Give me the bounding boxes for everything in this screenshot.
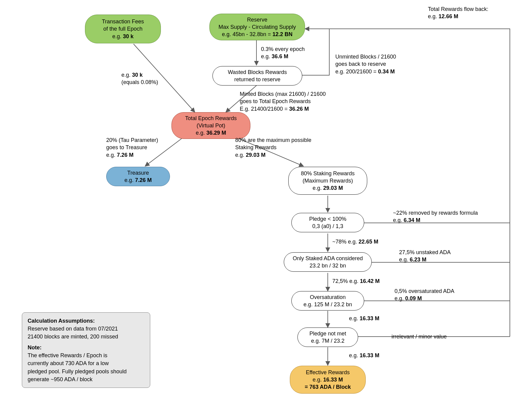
node-transaction-fees: Transaction Fees of the full Epoch e.g. … bbox=[85, 15, 161, 43]
node-wasted-blocks: Wasted Blocks Rewards returned to reserv… bbox=[212, 66, 302, 86]
label-78: ~78% e.g. 22.65 M bbox=[332, 238, 378, 245]
label-reserve-rate: 0.3% every epoch e.g. 36.6 M bbox=[261, 45, 305, 60]
node-pledge-lt-100: Pledge < 100% 0,3 (a0) / 1,3 bbox=[291, 213, 364, 232]
label-unminted: Unminted Blocks / 21600 goes back to res… bbox=[335, 53, 396, 75]
note-box: Calculation Assumptions: Reserve based o… bbox=[22, 312, 150, 388]
node-oversaturation: Oversaturation e.g. 125 M / 23.2 bn bbox=[291, 291, 364, 311]
node-only-staked: Only Staked ADA considered 23.2 bn / 32 … bbox=[284, 252, 372, 272]
label-tau: 20% (Tau Parameter) goes to Treasure e.g… bbox=[106, 136, 158, 159]
label-eighty: 80% are the maximum possible Staking Rew… bbox=[235, 136, 311, 159]
label-72: 72,5% e.g. 16.42 M bbox=[332, 277, 380, 285]
node-pledge-not-met: Pledge not met e.g. 7M / 23.2 bbox=[297, 328, 358, 347]
node-effective-rewards: Effective Rewards e.g. 16.33 M = 763 ADA… bbox=[290, 366, 366, 394]
node-total-epoch-rewards: Total Epoch Rewards (Virtual Pot) e.g. 3… bbox=[171, 112, 250, 139]
node-reserve: Reserve Max Supply - Circulating Supply … bbox=[209, 14, 305, 40]
label-irrelevant: irrelevant / minor value bbox=[392, 333, 447, 340]
label-minted: Minted Blocks (max 21600) / 21600 goes t… bbox=[240, 90, 326, 113]
label-txfees-amount: e.g. 30 k (equals 0.08%) bbox=[121, 71, 158, 86]
label-flowback: Total Rewards flow back: e.g. 12.66 M bbox=[428, 5, 488, 20]
node-treasure: Treasure e.g. 7.26 M bbox=[106, 167, 170, 186]
label-unstaked: 27,5% unstaked ADA e.g. 6.23 M bbox=[399, 249, 451, 264]
label-after-pledge: e.g. 16.33 M bbox=[349, 352, 379, 359]
label-after-oversat: e.g. 16.33 M bbox=[349, 315, 379, 322]
node-staking-rewards: 80% Staking Rewards (Maximum Rewards) e.… bbox=[288, 167, 367, 195]
label-oversat: 0,5% oversaturated ADA e.g. 0.09 M bbox=[395, 287, 454, 302]
label-remove22: ~22% removed by rewards formula e.g. 6.3… bbox=[393, 209, 478, 224]
